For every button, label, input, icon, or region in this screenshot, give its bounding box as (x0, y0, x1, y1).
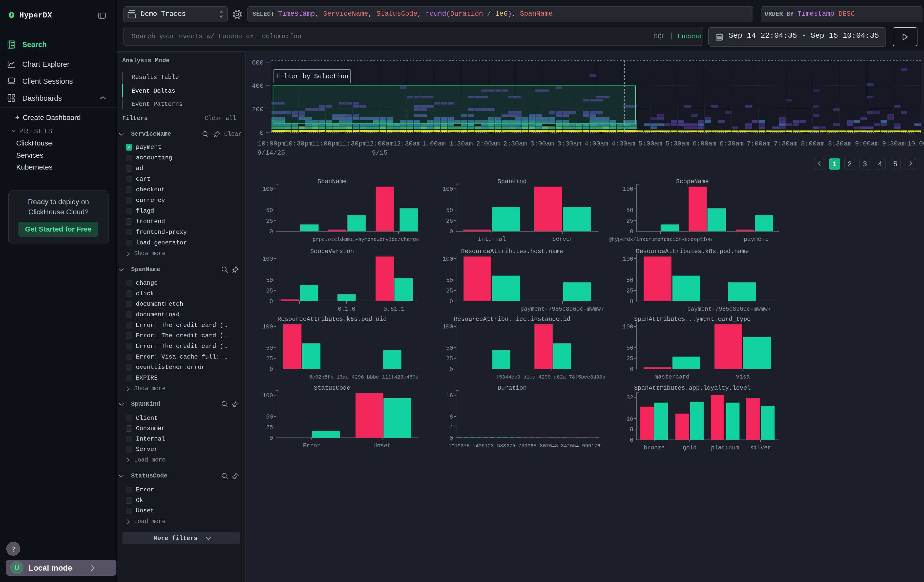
svg-text:0: 0 (630, 437, 633, 444)
svg-text:25: 25 (626, 218, 633, 224)
svg-text:7:00am: 7:00am (747, 140, 771, 148)
svg-text:7:30am: 7:30am (774, 140, 797, 148)
svg-text:100: 100 (623, 186, 633, 193)
svg-text:0: 0 (450, 298, 453, 305)
svg-text:25: 25 (266, 218, 273, 224)
svg-text:Duration: Duration (497, 385, 526, 391)
svg-text:11:30pm: 11:30pm (339, 140, 366, 148)
svg-text:5e02b5fb-13ae-4296-bbbc-111f42: 5e02b5fb-13ae-4296-bbbc-111f423c460d (309, 374, 419, 380)
svg-text:0: 0 (450, 229, 453, 235)
svg-text:payment-7985c8969c-mwmw7: payment-7985c8969c-mwmw7 (687, 306, 771, 313)
svg-text:400: 400 (252, 82, 264, 90)
svg-text:Server: Server (552, 236, 573, 243)
svg-text:3:30am: 3:30am (558, 140, 581, 148)
svg-text:SpanKind: SpanKind (497, 178, 526, 185)
svg-text:8: 8 (630, 426, 633, 433)
svg-text:9:00am: 9:00am (855, 140, 879, 148)
svg-text:25: 25 (446, 356, 453, 362)
svg-text:100: 100 (262, 392, 273, 399)
svg-text:10:00pm: 10:00pm (257, 140, 285, 148)
svg-text:10:30pm: 10:30pm (285, 140, 312, 148)
svg-text:100: 100 (623, 256, 633, 262)
svg-text:@hyperdx/instrumentation-excep: @hyperdx/instrumentation-exception (609, 237, 712, 242)
svg-text:mastercard: mastercard (655, 374, 690, 380)
svg-text:100: 100 (262, 256, 273, 262)
svg-text:32: 32 (626, 394, 633, 401)
svg-text:16: 16 (446, 392, 453, 399)
svg-text:0: 0 (269, 298, 273, 305)
svg-text:600: 600 (252, 59, 264, 66)
svg-text:1019375: 1019375 (448, 443, 470, 449)
svg-text:6:00am: 6:00am (693, 140, 716, 148)
svg-text:ScopeName: ScopeName (676, 178, 709, 185)
svg-text:bronze: bronze (644, 445, 665, 451)
svg-text:ResourceAttribu..ice.instance.: ResourceAttribu..ice.instance.id (454, 316, 571, 323)
svg-text:100: 100 (623, 324, 633, 330)
svg-text:SpanAttributes...yment.card_ty: SpanAttributes...yment.card_type (634, 316, 751, 323)
svg-text:100: 100 (262, 324, 273, 330)
svg-text:Error: Error (303, 443, 320, 449)
svg-text:25: 25 (446, 288, 453, 294)
svg-text:10:00am: 10:00am (907, 140, 924, 148)
svg-text:4:30am: 4:30am (612, 140, 635, 148)
svg-text:200: 200 (252, 106, 264, 113)
svg-text:3:00am: 3:00am (530, 140, 554, 148)
svg-text:25: 25 (446, 218, 453, 224)
svg-text:25: 25 (626, 288, 633, 294)
svg-text:50: 50 (446, 345, 453, 351)
svg-text:0.51.1: 0.51.1 (384, 306, 404, 313)
svg-text:50: 50 (626, 277, 633, 284)
svg-text:visa: visa (736, 374, 750, 380)
svg-text:8: 8 (450, 414, 453, 420)
svg-text:12:00am: 12:00am (366, 140, 393, 148)
svg-text:f5344ec9-a1ea-4290-a62a-78f5be: f5344ec9-a1ea-4290-a62a-78f5bee8d90b (496, 374, 605, 380)
svg-text:25: 25 (266, 424, 273, 431)
svg-text:Internal: Internal (478, 236, 506, 243)
svg-text:2:00am: 2:00am (476, 140, 500, 148)
svg-text:ResourceAttributes.host.name: ResourceAttributes.host.name (461, 248, 563, 255)
svg-text:50: 50 (266, 277, 273, 284)
svg-text:9:30am: 9:30am (882, 140, 906, 148)
svg-text:ResourceAttributes.k8s.pod.uid: ResourceAttributes.k8s.pod.uid (277, 316, 387, 323)
svg-text:100: 100 (442, 324, 453, 330)
svg-text:50: 50 (266, 345, 273, 351)
svg-text:759085: 759085 (518, 443, 536, 449)
svg-text:5:00am: 5:00am (639, 140, 662, 148)
svg-text:1:00am: 1:00am (422, 140, 446, 148)
svg-text:payment: payment (744, 236, 768, 243)
svg-text:999176: 999176 (582, 443, 600, 449)
svg-text:50: 50 (266, 414, 273, 420)
svg-text:0: 0 (630, 366, 633, 373)
svg-text:25: 25 (626, 356, 633, 362)
svg-text:silver: silver (750, 445, 771, 451)
svg-text:50: 50 (266, 207, 273, 214)
svg-text:0: 0 (269, 435, 273, 442)
svg-text:50: 50 (446, 207, 453, 214)
svg-text:50: 50 (446, 277, 453, 284)
svg-text:12:30am: 12:30am (393, 140, 421, 148)
svg-text:0: 0 (269, 229, 273, 235)
svg-text:Unset: Unset (373, 443, 391, 449)
svg-text:grpc.oteldemo.PaymentService/C: grpc.oteldemo.PaymentService/Charge (313, 237, 419, 242)
svg-text:2:30am: 2:30am (503, 140, 527, 148)
svg-text:9/15: 9/15 (372, 149, 388, 157)
svg-text:ResourceAttributes.k8s.pod.nam: ResourceAttributes.k8s.pod.name (636, 248, 749, 255)
svg-text:5:30am: 5:30am (666, 140, 690, 148)
svg-text:25: 25 (266, 356, 273, 362)
svg-text:0: 0 (630, 298, 633, 305)
svg-text:payment-7985c8969c-mwmw7: payment-7985c8969c-mwmw7 (520, 306, 604, 313)
svg-text:ScopeVersion: ScopeVersion (310, 248, 354, 255)
svg-text:50: 50 (626, 345, 633, 351)
svg-text:50: 50 (626, 207, 633, 214)
svg-text:0: 0 (260, 129, 264, 137)
svg-text:1:30am: 1:30am (449, 140, 473, 148)
svg-text:SpanAttributes.app.loyalty.lev: SpanAttributes.app.loyalty.level (634, 385, 751, 391)
svg-text:100: 100 (442, 186, 453, 193)
svg-text:807648: 807648 (540, 443, 558, 449)
svg-text:0: 0 (450, 366, 453, 373)
svg-text:100: 100 (442, 256, 453, 262)
svg-text:SpanName: SpanName (318, 178, 346, 185)
svg-text:9/14/25: 9/14/25 (257, 149, 285, 157)
svg-text:8:30am: 8:30am (828, 140, 851, 148)
svg-text:gold: gold (683, 445, 696, 451)
